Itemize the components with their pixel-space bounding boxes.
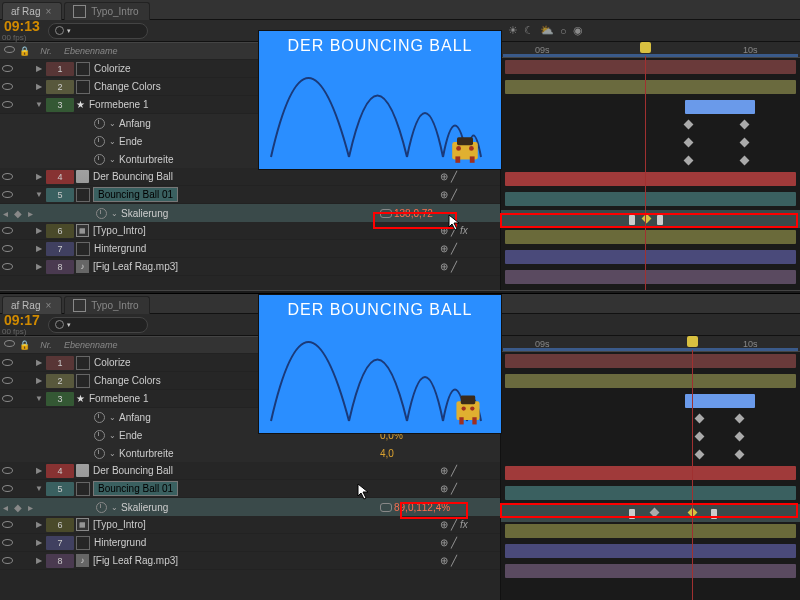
stopwatch-icon[interactable] (94, 118, 105, 129)
switch-icon[interactable]: ╱ (451, 483, 457, 494)
layer-bar[interactable] (685, 100, 755, 114)
keyframe-track[interactable] (501, 446, 800, 464)
property-row[interactable]: ◂◆▸ ⌄ Skalierung 138,0,72 (0, 204, 500, 222)
expand-arrow-icon[interactable]: ▶ (34, 556, 44, 565)
layer-bar[interactable] (505, 270, 796, 284)
layer-bar[interactable] (505, 564, 796, 578)
stopwatch-icon[interactable] (96, 502, 107, 513)
layer-name[interactable]: Bouncing Ball 01 (94, 188, 177, 201)
switch-icon[interactable]: ⊕ (440, 261, 448, 272)
layer-switches[interactable]: ⊕ ╱ fx (440, 225, 500, 236)
expand-arrow-icon[interactable]: ▼ (34, 190, 44, 199)
column-name[interactable]: Ebenenname (58, 340, 118, 350)
keyframe-icon[interactable] (740, 138, 750, 148)
layer-row[interactable]: ▶ 6 ▦[Typo_Intro] ⊕ ╱ fx (0, 222, 500, 240)
layer-switches[interactable]: ⊕ ╱ (440, 261, 500, 272)
timecode[interactable]: 09:13 (2, 19, 42, 33)
layer-bar[interactable] (505, 524, 796, 538)
layer-bar[interactable] (505, 374, 796, 388)
layer-bar[interactable] (505, 250, 796, 264)
keyframe-icon[interactable] (740, 120, 750, 130)
expand-arrow-icon[interactable]: ▶ (34, 520, 44, 529)
layer-name[interactable]: [Typo_Intro] (93, 519, 146, 530)
eye-icon[interactable] (2, 395, 13, 402)
close-icon[interactable]: × (45, 6, 51, 17)
layer-row[interactable]: ▶ 8 ♪[Fig Leaf Rag.mp3] ⊕ ╱ (0, 258, 500, 276)
switch-icon[interactable]: ╱ (451, 465, 457, 476)
keyframe-icon[interactable] (695, 432, 705, 442)
switch-icon[interactable]: ⊕ (440, 519, 448, 530)
layer-switches[interactable]: ⊕ ╱ fx (440, 519, 500, 530)
keyframe-track[interactable] (501, 210, 800, 228)
weather-icon[interactable]: ⛅ (540, 24, 554, 37)
column-name[interactable]: Ebenenname (58, 46, 118, 56)
property-value[interactable]: 138,0,72 (394, 208, 433, 219)
keyframe-icon[interactable] (650, 508, 660, 518)
layer-name[interactable]: Colorize (94, 63, 131, 74)
target-icon[interactable]: ◉ (573, 24, 583, 37)
expand-arrow-icon[interactable]: ▶ (34, 172, 44, 181)
eye-icon[interactable] (2, 245, 13, 252)
layer-row[interactable]: ▶ 4 Der Bouncing Ball ⊕ ╱ (0, 168, 500, 186)
kf-nav-next-icon[interactable]: ▸ (28, 502, 33, 513)
switch-icon[interactable]: ╱ (451, 243, 457, 254)
layer-row[interactable]: ▼ 5 Bouncing Ball 01 ⊕ ╱ (0, 480, 500, 498)
sun-icon[interactable]: ☀ (508, 24, 518, 37)
layer-name[interactable]: Formebene 1 (89, 99, 148, 110)
layer-bar[interactable] (505, 80, 796, 94)
eye-header-icon[interactable] (4, 46, 15, 53)
keyframe-icon[interactable] (684, 138, 694, 148)
kf-add-icon[interactable]: ◆ (14, 502, 22, 513)
layer-row[interactable]: ▼ 5 Bouncing Ball 01 ⊕ ╱ (0, 186, 500, 204)
keyframe-icon[interactable] (695, 450, 705, 460)
expand-arrow-icon[interactable]: ▶ (34, 262, 44, 271)
eye-icon[interactable] (2, 539, 13, 546)
expand-arrow-icon[interactable]: ▶ (34, 376, 44, 385)
eye-icon[interactable] (2, 173, 13, 180)
moon-icon[interactable]: ☾ (524, 24, 534, 37)
layer-bar[interactable] (505, 354, 796, 368)
switch-icon[interactable]: ╱ (451, 225, 457, 236)
switch-icon[interactable]: ╱ (451, 261, 457, 272)
layer-name[interactable]: [Typo_Intro] (93, 225, 146, 236)
property-value[interactable]: 4,0 (380, 448, 394, 459)
work-area-bar[interactable] (503, 348, 798, 351)
expand-arrow-icon[interactable]: ▶ (34, 82, 44, 91)
eye-icon[interactable] (2, 83, 13, 90)
keyframe-icon[interactable] (735, 432, 745, 442)
expand-arrow-icon[interactable]: ▶ (34, 538, 44, 547)
layer-name[interactable]: Change Colors (94, 81, 161, 92)
switch-icon[interactable]: ⊕ (440, 171, 448, 182)
keyframe-icon[interactable] (629, 509, 635, 519)
stopwatch-icon[interactable] (94, 154, 105, 165)
layer-name[interactable]: Der Bouncing Ball (93, 171, 173, 182)
kf-nav-next-icon[interactable]: ▸ (28, 208, 33, 219)
keyframe-icon[interactable] (735, 450, 745, 460)
expand-arrow-icon[interactable]: ▼ (34, 100, 44, 109)
preview-viewer[interactable]: DER BOUNCING BALL (258, 30, 502, 170)
stopwatch-icon[interactable] (96, 208, 107, 219)
work-area-bar[interactable] (503, 54, 798, 57)
fx-badge[interactable]: fx (460, 519, 468, 530)
switch-icon[interactable]: ⊕ (440, 225, 448, 236)
search-input[interactable]: ▾ (48, 317, 148, 333)
eye-icon[interactable] (2, 359, 13, 366)
kf-add-icon[interactable]: ◆ (14, 208, 22, 219)
tab-inactive[interactable]: Typo_Intro (64, 2, 149, 20)
eye-icon[interactable] (2, 65, 13, 72)
layer-row[interactable]: ▶ 8 ♪[Fig Leaf Rag.mp3] ⊕ ╱ (0, 552, 500, 570)
expand-arrow-icon[interactable]: ▶ (34, 358, 44, 367)
layer-name[interactable]: [Fig Leaf Rag.mp3] (93, 555, 178, 566)
keyframe-icon[interactable] (629, 215, 635, 225)
layer-bar[interactable] (505, 230, 796, 244)
layer-name[interactable]: Hintergrund (94, 537, 146, 548)
keyframe-track[interactable] (501, 504, 800, 522)
eye-icon[interactable] (2, 557, 13, 564)
keyframe-track[interactable] (501, 428, 800, 446)
timecode[interactable]: 09:17 (2, 313, 42, 327)
keyframe-track[interactable] (501, 410, 800, 428)
keyframe-icon[interactable] (695, 414, 705, 424)
layer-bar[interactable] (505, 192, 796, 206)
layer-bar[interactable] (505, 60, 796, 74)
switch-icon[interactable]: ╱ (451, 171, 457, 182)
